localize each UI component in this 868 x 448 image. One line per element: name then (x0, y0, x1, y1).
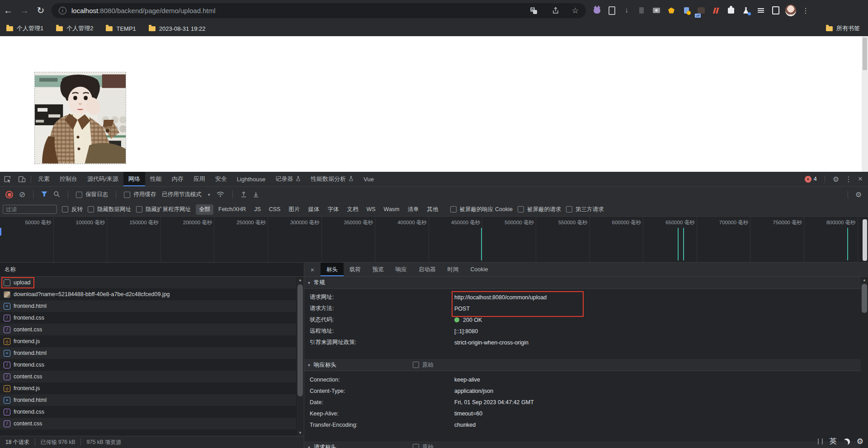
request-row[interactable]: /content.css (0, 418, 296, 429)
devtools-tab[interactable]: 网络 (123, 172, 145, 186)
filter-chip[interactable]: 字体 (324, 204, 342, 215)
network-settings-icon[interactable]: ⚙ (855, 190, 862, 199)
details-tab[interactable]: 响应 (390, 263, 413, 276)
filter-chip[interactable]: Wasm (381, 205, 403, 214)
hide-extension-urls-checkbox[interactable]: 隐藏扩展程序网址 (136, 206, 191, 213)
scroll-up-icon[interactable]: ▲ (297, 277, 304, 283)
request-row[interactable]: /frontend.css (0, 359, 296, 371)
throttling-dropdown[interactable]: 已停用节流模式 ▾ (162, 191, 210, 198)
details-tab[interactable]: 时间 (442, 263, 465, 276)
devtools-tab[interactable]: 源代码/来源 (82, 172, 123, 186)
details-tab[interactable]: 预览 (367, 263, 390, 276)
devtools-tab[interactable]: Vue (359, 172, 379, 186)
request-row[interactable]: /content.css (0, 324, 296, 335)
request-headers-header[interactable]: ▾ 请求标头 原始 (304, 441, 861, 448)
blocked-cookies-checkbox[interactable]: 被屏蔽的响应 Cookie (450, 206, 513, 213)
filter-chip[interactable]: 其他 (424, 204, 442, 215)
general-section-header[interactable]: ▾ 常规 (304, 277, 861, 289)
console-error-badge[interactable]: × 4 (805, 176, 817, 183)
filter-chip[interactable]: 清单 (405, 204, 422, 215)
camera-extension-icon[interactable] (651, 5, 662, 16)
details-tab[interactable]: 标头 (321, 263, 344, 276)
filter-funnel-icon[interactable] (41, 191, 47, 198)
reload-icon[interactable]: ↻ (33, 5, 49, 16)
back-icon[interactable]: ← (0, 5, 16, 16)
devtools-tab[interactable]: 控制台 (55, 172, 82, 186)
page-scrollbar[interactable] (862, 36, 868, 172)
filter-chip[interactable]: 全部 (196, 204, 213, 215)
search-icon[interactable] (53, 191, 60, 199)
request-row[interactable]: ≡frontend.html (0, 300, 296, 312)
trash-extension-icon[interactable] (636, 5, 647, 16)
playlist-extension-icon[interactable] (755, 5, 766, 16)
filter-chip[interactable]: 图片 (285, 204, 303, 215)
devtools-tab[interactable]: 元素 (33, 172, 55, 186)
devtools-tab[interactable]: 记录器 (270, 172, 306, 186)
network-conditions-icon[interactable] (216, 191, 225, 199)
request-row[interactable]: ≡frontend.html (0, 394, 296, 406)
devtools-tab[interactable]: 性能数据分析 (306, 172, 359, 186)
request-row[interactable]: /frontend.css (0, 406, 296, 418)
window-extension-icon[interactable] (770, 5, 781, 16)
red-quotes-extension-icon[interactable] (711, 5, 722, 16)
bookmark-item[interactable]: 个人管理1 (6, 24, 43, 33)
devtools-settings-icon[interactable]: ⚙ (833, 175, 839, 184)
request-row[interactable]: ()frontend.js (0, 335, 296, 347)
raw-response-checkbox[interactable]: 原始 (413, 361, 434, 369)
cat-extension-icon[interactable] (591, 5, 602, 16)
tray-settings-icon[interactable]: ⚙ (857, 437, 863, 446)
flask-extension-icon[interactable] (741, 5, 751, 16)
third-party-checkbox[interactable]: 第三方请求 (566, 206, 604, 213)
blocked-requests-checkbox[interactable]: 被屏蔽的请求 (518, 206, 561, 213)
translate-icon[interactable] (528, 5, 539, 16)
devtools-tab[interactable]: 内存 (167, 172, 189, 186)
filter-chip[interactable]: 文档 (344, 204, 361, 215)
device-toolbar-icon[interactable] (14, 172, 29, 186)
details-tab[interactable]: 启动器 (413, 263, 442, 276)
details-scrollbar-thumb[interactable] (862, 284, 867, 313)
extensions-puzzle-icon[interactable] (726, 5, 736, 16)
download-arrow-extension-icon[interactable]: ↓ (621, 5, 632, 16)
profile-avatar[interactable] (785, 5, 796, 16)
devtools-scrollbar-thumb[interactable] (863, 219, 867, 261)
filter-input[interactable] (3, 205, 57, 214)
inspect-element-icon[interactable] (0, 172, 14, 186)
close-details-icon[interactable]: × (304, 266, 321, 274)
request-row[interactable]: /frontend.css (0, 312, 296, 324)
preserve-log-checkbox[interactable]: 保留日志 (76, 191, 108, 198)
bookmark-item[interactable]: TEMP1 (106, 25, 136, 32)
address-bar[interactable]: i localhost:8080/backend/page/demo/uploa… (52, 3, 586, 18)
uploaded-photo[interactable] (35, 72, 126, 164)
page-scrollbar-thumb[interactable] (863, 38, 867, 70)
request-list-scrollbar[interactable]: ▲ ▼ (297, 277, 304, 436)
request-row[interactable]: ()frontend.js (0, 382, 296, 394)
raw-request-checkbox[interactable]: 原始 (413, 443, 434, 448)
all-bookmarks[interactable]: 所有书签 (826, 24, 860, 33)
bookmark-star-icon[interactable]: ☆ (572, 6, 579, 15)
details-tab[interactable]: 载荷 (344, 263, 367, 276)
scroll-down-icon[interactable]: ▼ (297, 430, 304, 436)
tray-handle-icon[interactable] (818, 439, 823, 444)
doc-download-extension-icon[interactable] (681, 5, 692, 16)
devtools-tab[interactable]: 安全 (210, 172, 232, 186)
request-list-scrollbar-thumb[interactable] (297, 284, 303, 396)
filter-chip[interactable]: WS (363, 205, 378, 214)
share-icon[interactable] (550, 5, 561, 16)
fox-extension-icon[interactable] (666, 5, 677, 16)
clear-network-log-icon[interactable]: ⊘ (19, 191, 25, 198)
disable-cache-checkbox[interactable]: 停用缓存 (124, 191, 156, 198)
hide-data-urls-checkbox[interactable]: 隐藏数据网址 (88, 206, 131, 213)
moon-icon[interactable] (844, 439, 850, 445)
filter-chip[interactable]: JS (251, 205, 264, 214)
import-har-icon[interactable] (241, 191, 247, 199)
record-network-log-icon[interactable] (5, 191, 13, 198)
details-scrollbar[interactable]: ▲ (861, 277, 868, 448)
filter-chip[interactable]: Fetch/XHR (215, 205, 249, 214)
name-column-header[interactable]: 名称 (0, 263, 304, 277)
ime-language-indicator[interactable]: 英 (830, 437, 837, 446)
invert-checkbox[interactable]: 反转 (62, 206, 83, 213)
bookmark-item[interactable]: 2023-08-31 19:22 (149, 25, 206, 32)
filter-chip[interactable]: 媒体 (305, 204, 322, 215)
clipboard-extension-icon[interactable] (606, 5, 617, 16)
filter-chip[interactable]: CSS (266, 205, 284, 214)
